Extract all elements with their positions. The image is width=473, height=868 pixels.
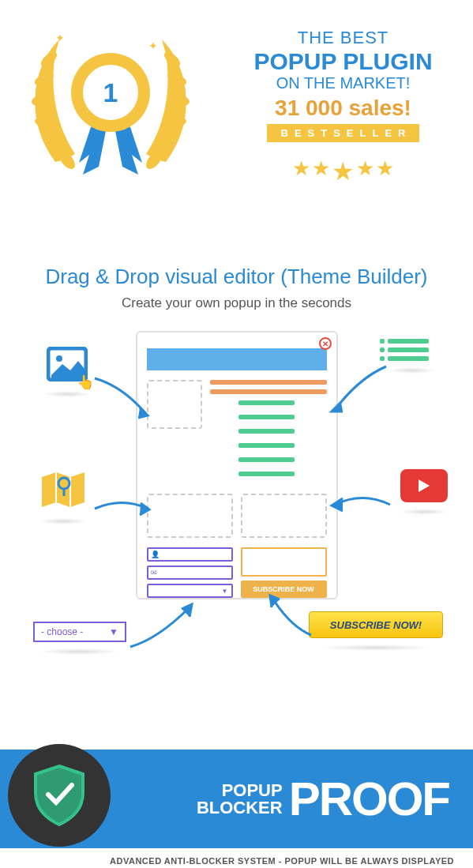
email-field: ✉ (147, 566, 233, 580)
star-rating: ★ ★ ★ ★ ★ (229, 156, 457, 186)
dragdrop-section: Drag & Drop visual editor (Theme Builder… (0, 225, 473, 726)
proof-big: PROOF (289, 772, 449, 826)
star-icon: ★ (332, 156, 355, 186)
subscribe-tool: SUBSCRIBE NOW! (309, 611, 443, 651)
popup-preview: ✕ 👤 ✉ (136, 331, 338, 599)
medal-icon: 1 (71, 53, 150, 132)
image-tool: 👆 (43, 347, 91, 397)
list-tool (388, 339, 435, 374)
rank-number: 1 (80, 62, 141, 123)
proof-banner: POPUP BLOCKER PROOF (0, 750, 473, 848)
hero-text: THE BEST POPUP PLUGIN ON THE MARKET! 31 … (229, 28, 457, 186)
choose-tool: - choose -▼ (33, 622, 126, 655)
subscribe-button-big: SUBSCRIBE NOW! (309, 611, 443, 638)
bestseller-badge: BESTSELLER (267, 124, 420, 142)
popup-header-bar (147, 348, 327, 370)
proof-text: POPUP BLOCKER PROOF (111, 772, 449, 826)
youtube-tool (400, 469, 448, 515)
select-field (147, 584, 233, 598)
name-field: 👤 (147, 547, 233, 562)
hero-line-market: ON THE MARKET! (229, 74, 457, 92)
submit-column: SUBSCRIBE NOW (241, 547, 327, 598)
star-icon: ★ (292, 156, 310, 186)
ribbon-icon (75, 127, 146, 182)
map-tool (39, 469, 87, 524)
drop-placeholder (147, 494, 233, 538)
youtube-icon (400, 469, 448, 502)
choose-select: - choose -▼ (33, 622, 126, 642)
hero-line-best: THE BEST (229, 28, 457, 48)
proof-line2: BLOCKER (197, 799, 283, 817)
star-icon: ★ (312, 156, 330, 186)
svg-point-13 (56, 355, 62, 362)
dragdrop-canvas: ✕ 👤 ✉ (16, 331, 457, 702)
shield-circle (8, 744, 111, 847)
dragdrop-title: Drag & Drop visual editor (Theme Builder… (16, 265, 457, 289)
hero-sales: 31 000 sales! (229, 96, 457, 121)
award-badge: 1 ✦ ✦ (16, 20, 205, 194)
close-icon: ✕ (319, 337, 332, 350)
drop-placeholder (241, 494, 327, 538)
anti-blocker-text: ADVANCED ANTI-BLOCKER SYSTEM - POPUP WIL… (0, 848, 473, 868)
shield-icon (31, 763, 88, 828)
hero-line-plugin: POPUP PLUGIN (229, 48, 457, 74)
hero-section: 1 ✦ ✦ THE BEST POPUP PLUGIN ON THE MARKE… (0, 0, 473, 225)
dragdrop-subtitle: Create your own popup in the seconds (16, 295, 457, 311)
star-icon: ★ (356, 156, 374, 186)
sparkle-icon: ✦ (148, 39, 158, 52)
form-column: 👤 ✉ (147, 547, 233, 598)
star-icon: ★ (376, 156, 394, 186)
text-lines (210, 380, 327, 484)
textarea-field (241, 547, 327, 577)
proof-line1: POPUP (197, 782, 283, 799)
image-placeholder (147, 380, 202, 429)
sparkle-icon: ✦ (55, 32, 65, 44)
